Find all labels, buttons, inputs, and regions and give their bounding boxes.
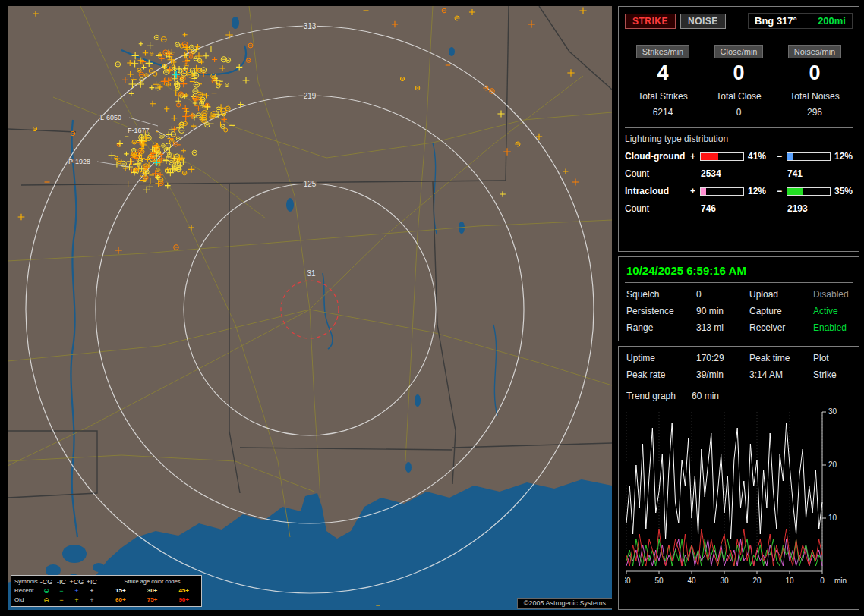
legend-symbol: +	[84, 597, 99, 604]
svg-text:50: 50	[654, 577, 664, 585]
positive-percent: 12%	[744, 186, 777, 196]
strike-tab-button[interactable]: STRIKE	[625, 14, 676, 29]
totals-row: Total Strikes6214Total Close0Total Noise…	[625, 91, 853, 118]
distribution-bar	[787, 152, 831, 161]
svg-text:40: 40	[687, 577, 696, 585]
legend-age-area: 15+30+45+	[102, 588, 200, 594]
legend-age-code: 75+	[137, 597, 169, 603]
svg-text:30: 30	[720, 577, 729, 585]
svg-text:0: 0	[820, 577, 825, 585]
panel-header: STRIKE NOISE Bng 317° 200mi	[625, 13, 853, 29]
bearing-value: Bng 317°	[755, 15, 797, 27]
negative-count: 741	[777, 168, 853, 179]
distribution-bar	[700, 152, 744, 161]
legend-age-area: 60+75+90+	[102, 597, 200, 603]
negative-percent: 35%	[831, 186, 853, 196]
rate-value: 0	[777, 61, 853, 85]
distribution-bar	[700, 187, 744, 196]
total-value: 6214	[625, 107, 701, 118]
map-canvas: 31321912531 L-6050F-1677P-1928	[8, 6, 612, 610]
status-cell: Range	[626, 322, 696, 333]
rate-chip-label: Strikes/min	[636, 45, 689, 58]
lightning-map[interactable]: 31321912531 L-6050F-1677P-1928 Symbols-C…	[8, 6, 612, 610]
negative-count: 2193	[777, 203, 853, 214]
svg-text:min: min	[834, 577, 847, 585]
info-panel: Uptime170:29Peak timePlotPeak rate39/min…	[618, 346, 859, 610]
info-cell: Peak time	[749, 353, 813, 363]
legend-symbol: +	[69, 597, 84, 604]
info-cell: Strike	[813, 369, 853, 380]
rate-chip-row: Strikes/minClose/minNoises/min	[625, 44, 853, 58]
svg-text:20: 20	[828, 460, 837, 469]
rate-value: 0	[701, 61, 777, 85]
status-cell: Receiver	[749, 322, 813, 333]
rate-chip-label: Noises/min	[788, 45, 841, 58]
datetime-display: 10/24/2025 6:59:16 AM	[625, 263, 853, 277]
svg-text:20: 20	[752, 577, 762, 585]
total-col: Total Strikes6214	[625, 91, 701, 118]
trend-graph: 6050403020100min102030	[625, 407, 854, 589]
right-panel: STRIKE NOISE Bng 317° 200mi Strikes/minC…	[618, 6, 859, 610]
map-legend: Symbols-CG-IC+CG+ICStrike age color code…	[11, 575, 202, 607]
legend-row: Recent⊖−++15+30+45+	[13, 586, 200, 596]
trend-graph-header: Trend graph 60 min	[625, 391, 853, 401]
count-label: Count	[625, 203, 690, 214]
status-cell: 0	[696, 289, 749, 300]
total-col: Total Noises296	[777, 91, 853, 118]
legend-row-label: Old	[13, 597, 39, 603]
svg-text:313: 313	[304, 22, 317, 30]
legend-symbol: −	[54, 597, 69, 604]
bearing-range-display: Bng 317° 200mi	[748, 13, 853, 29]
minus-sign: −	[777, 186, 787, 196]
info-cell: 39/min	[696, 369, 749, 380]
svg-text:10: 10	[828, 514, 837, 522]
range-value: 200mi	[818, 15, 846, 27]
rate-value-row: 400	[625, 61, 853, 85]
minus-sign: −	[777, 151, 787, 162]
total-label: Total Noises	[777, 91, 853, 102]
distribution-type-label: Intracloud	[625, 186, 690, 196]
svg-text:219: 219	[304, 92, 317, 100]
divider	[625, 282, 853, 283]
svg-text:P-1928: P-1928	[68, 158, 90, 165]
legend-type-header: +IC	[84, 579, 99, 586]
distribution-type-label: Cloud-ground	[625, 151, 690, 162]
noise-tab-button[interactable]: NOISE	[680, 14, 726, 29]
distribution-grid: Cloud-ground+41%−12%Count2534741Intraclo…	[625, 151, 853, 214]
total-value: 296	[777, 107, 853, 118]
plus-sign: +	[690, 186, 700, 196]
rate-chip-col: Strikes/min	[625, 44, 701, 58]
info-cell: Plot	[813, 353, 853, 363]
legend-age-title: Strike age color codes	[105, 579, 200, 585]
legend-age-code: 90+	[168, 597, 200, 603]
total-value: 0	[701, 107, 777, 118]
status-cell: Upload	[749, 289, 813, 300]
divider	[625, 127, 853, 128]
status-panel: 10/24/2025 6:59:16 AM Squelch0UploadDisa…	[618, 256, 859, 341]
info-cell: 3:14 AM	[749, 369, 813, 380]
uptime-grid: Uptime170:29Peak timePlotPeak rate39/min…	[625, 353, 853, 380]
legend-age-code: 30+	[137, 588, 169, 594]
legend-symbol: ⊖	[39, 588, 54, 595]
legend-type-header: -CG	[39, 579, 54, 586]
distribution-title: Lightning type distribution	[625, 134, 853, 144]
status-cell: Enabled	[813, 322, 853, 333]
legend-age-code: 45+	[168, 588, 200, 594]
svg-text:L-6050: L-6050	[100, 114, 121, 121]
legend-row: Old⊖−++60+75+90+	[13, 596, 200, 605]
total-label: Total Close	[701, 91, 777, 102]
status-cell: Capture	[749, 306, 813, 316]
copyright-notice: ©2005 Astrogenic Systems	[517, 598, 612, 609]
legend-symbol: +	[84, 588, 99, 595]
svg-text:60: 60	[625, 577, 631, 585]
trend-graph-label: Trend graph	[626, 391, 692, 401]
distribution-bar	[787, 187, 831, 196]
rate-chip-col: Close/min	[701, 44, 777, 58]
positive-percent: 41%	[744, 151, 777, 162]
legend-symbols-header: Symbols	[13, 579, 39, 585]
status-cell: 90 min	[696, 306, 749, 316]
svg-text:F-1677: F-1677	[128, 127, 150, 134]
trend-window-value: 60 min	[692, 391, 719, 401]
legend-row-label: Recent	[13, 588, 39, 594]
total-col: Total Close0	[701, 91, 777, 118]
